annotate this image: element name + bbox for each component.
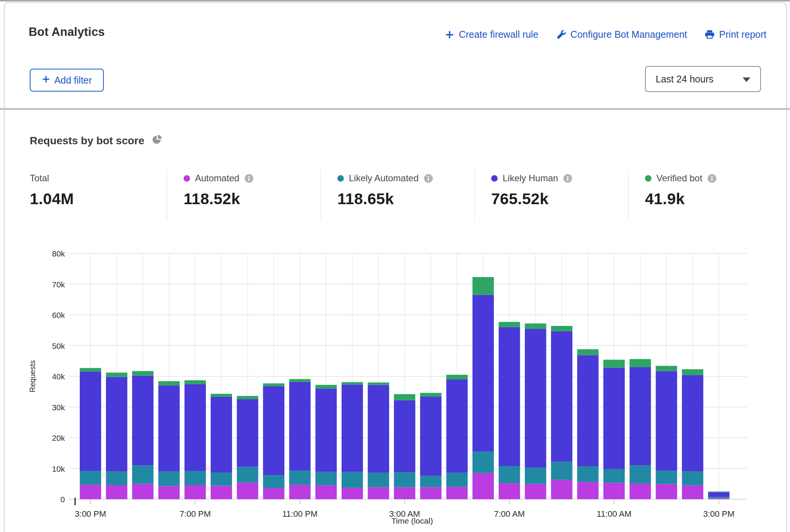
svg-text:10k: 10k	[52, 464, 65, 473]
stat-divider	[474, 169, 475, 220]
stat-value: 41.9k	[645, 190, 775, 208]
svg-text:0: 0	[60, 495, 65, 504]
print-report-link[interactable]: Print report	[705, 29, 766, 40]
stat-likely-automated: Likely Automated 118.65k	[337, 172, 467, 208]
page-title: Bot Analytics	[29, 25, 105, 39]
svg-text:7:00 AM: 7:00 AM	[494, 509, 525, 519]
print-report-label: Print report	[719, 29, 766, 40]
svg-text:3:00 PM: 3:00 PM	[75, 509, 106, 519]
svg-text:11:00 AM: 11:00 AM	[597, 509, 631, 519]
header-actions: Create firewall rule Configure Bot Manag…	[445, 29, 766, 40]
svg-text:Time (local): Time (local)	[392, 516, 433, 525]
stat-value: 118.52k	[184, 190, 313, 208]
stat-divider	[167, 169, 167, 220]
stat-verified-bot: Verified bot 41.9k	[645, 172, 775, 208]
section-title: Requests by bot score	[30, 134, 162, 147]
stat-divider	[321, 169, 321, 220]
info-icon[interactable]	[563, 174, 572, 183]
section-title-label: Requests by bot score	[30, 135, 144, 147]
svg-text:40k: 40k	[52, 372, 65, 381]
stat-value: 765.52k	[491, 190, 621, 208]
series-dot	[491, 175, 498, 182]
plus-icon	[42, 75, 50, 86]
stat-label: Verified bot	[656, 173, 702, 184]
stat-value: 1.04M	[30, 190, 160, 208]
configure-bot-management-label: Configure Bot Management	[571, 29, 687, 40]
configure-bot-management-link[interactable]: Configure Bot Management	[556, 29, 687, 40]
svg-text:50k: 50k	[52, 342, 65, 350]
svg-text:30k: 30k	[52, 403, 65, 412]
stat-total: Total 1.04M	[30, 172, 160, 208]
series-dot	[645, 175, 651, 182]
series-dot	[184, 175, 190, 182]
info-icon[interactable]	[707, 174, 717, 183]
stat-value: 118.65k	[337, 190, 467, 208]
svg-text:60k: 60k	[52, 311, 65, 319]
add-filter-button[interactable]: Add filter	[30, 69, 104, 92]
wrench-icon	[556, 29, 566, 40]
svg-text:80k: 80k	[52, 249, 65, 258]
bot-score-chart[interactable]: 010k20k30k40k50k60k70k80k3:00 PM7:00 PM1…	[0, 237, 790, 532]
stat-label: Total	[30, 173, 49, 184]
stat-label: Likely Automated	[349, 173, 419, 184]
svg-text:3:00 PM: 3:00 PM	[703, 509, 734, 519]
svg-text:20k: 20k	[52, 434, 65, 442]
create-firewall-rule-label: Create firewall rule	[459, 29, 538, 40]
svg-text:11:00 PM: 11:00 PM	[282, 509, 318, 519]
top-toolbar-rule	[0, 0, 790, 2]
svg-text:7:00 PM: 7:00 PM	[179, 509, 211, 519]
create-firewall-rule-link[interactable]: Create firewall rule	[445, 29, 538, 40]
plus-icon	[445, 30, 455, 40]
stat-likely-human: Likely Human 765.52k	[491, 172, 621, 208]
series-dot	[337, 175, 344, 182]
stat-label: Likely Human	[503, 173, 558, 184]
time-range-select[interactable]: Last 24 hours	[645, 66, 761, 92]
time-range-value: Last 24 hours	[646, 74, 714, 85]
svg-text:70k: 70k	[52, 280, 65, 289]
printer-icon	[705, 29, 715, 40]
stat-automated: Automated 118.52k	[184, 172, 313, 208]
svg-text:Requests: Requests	[28, 360, 37, 393]
info-icon[interactable]	[244, 174, 254, 183]
stat-divider	[628, 169, 629, 220]
add-filter-label: Add filter	[54, 75, 92, 86]
section-divider	[0, 108, 790, 110]
chevron-down-icon	[743, 77, 750, 82]
pie-chart-icon	[152, 134, 162, 147]
info-icon[interactable]	[424, 174, 433, 183]
stat-label: Automated	[195, 173, 239, 184]
